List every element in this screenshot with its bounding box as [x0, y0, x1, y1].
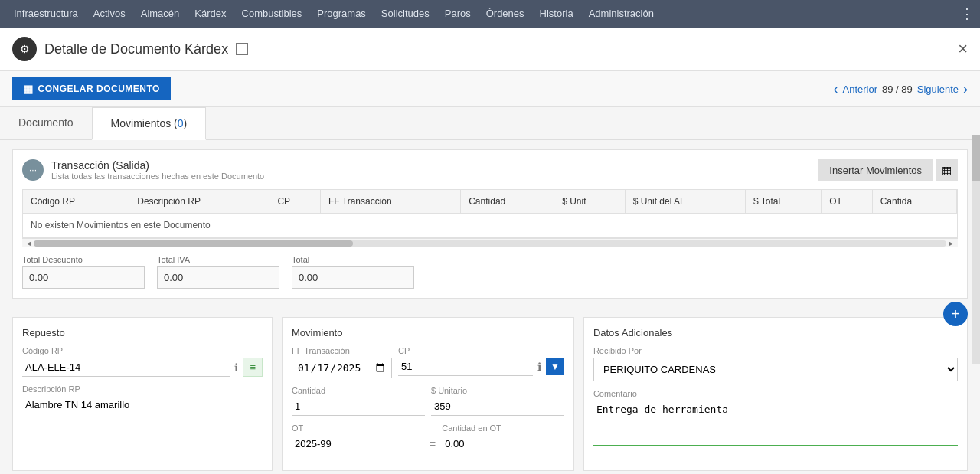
tab-movimientos-badge: (0) — [174, 117, 187, 129]
total-descuento-input[interactable] — [22, 266, 145, 289]
recibido-row: PERIQUITO CARDENAS — [593, 358, 958, 381]
insert-movimientos-button[interactable]: Insertar Movimientos — [818, 159, 933, 181]
vertical-scrollbar[interactable] — [972, 135, 980, 364]
close-button[interactable]: × — [958, 39, 968, 59]
content-area: ··· Transacción (Salida) Lista todas las… — [0, 140, 980, 317]
tab-movimientos[interactable]: Movimientos (0) — [92, 107, 207, 140]
recibido-label: Recibido Por — [593, 346, 958, 355]
grid-icon-button[interactable]: ▦ — [936, 159, 958, 181]
total-label: Total — [292, 255, 414, 264]
unitario-group: $ Unitario — [431, 386, 564, 416]
prev-button[interactable]: ‹ — [833, 81, 838, 97]
horizontal-scrollbar[interactable]: ◄ ► — [22, 238, 958, 247]
document-checkbox[interactable] — [236, 43, 248, 55]
repuesto-panel: Repuesto Código RP ℹ ≡ Descripción RP — [12, 317, 273, 471]
cp-row: ℹ ▼ — [398, 358, 564, 376]
movimiento-panel: Movimiento FF Transacción CP ℹ ▼ — [282, 317, 574, 471]
gear-icon: ⚙ — [20, 43, 30, 55]
vertical-scrollbar-thumb[interactable] — [972, 135, 980, 181]
ff-transaccion-group: FF Transacción — [292, 346, 392, 378]
descripcion-rp-label: Descripción RP — [22, 384, 263, 394]
total-iva-input[interactable] — [157, 266, 279, 289]
scroll-right-icon[interactable]: ► — [946, 240, 956, 247]
info-icon-button[interactable]: ℹ — [233, 360, 240, 375]
freeze-button[interactable]: ▦ CONGELAR DOCUMENTO — [12, 77, 171, 100]
ff-transaccion-input[interactable] — [292, 358, 392, 378]
total-descuento-label: Total Descuento — [22, 255, 145, 264]
unitario-input[interactable] — [431, 397, 564, 416]
scrollbar-track[interactable] — [34, 240, 946, 247]
nav-combustibles[interactable]: Combustibles — [234, 0, 310, 28]
nav-kardex[interactable]: Kárdex — [187, 0, 234, 28]
grid-icon: ▦ — [942, 164, 952, 176]
total-descuento-field: Total Descuento — [22, 255, 145, 289]
movements-table-container: Código RP Descripción RP CP FF Transacci… — [22, 189, 958, 238]
movimiento-title: Movimiento — [292, 327, 564, 338]
total-iva-field: Total IVA — [157, 255, 279, 289]
cantidad-ot-input[interactable] — [442, 435, 564, 453]
toolbar: ▦ CONGELAR DOCUMENTO ‹ Anterior 89 / 89 … — [0, 71, 980, 107]
col-total: $ Total — [745, 190, 821, 214]
add-button[interactable]: + — [943, 302, 968, 326]
nav-historia[interactable]: Historia — [532, 0, 581, 28]
codigo-rp-input[interactable] — [22, 358, 230, 377]
transaction-panel: ··· Transacción (Salida) Lista todas las… — [12, 149, 968, 299]
nav-programas[interactable]: Programas — [309, 0, 374, 28]
datos-panel: Datos Adicionales Recibido Por PERIQUITO… — [583, 317, 968, 471]
cantidad-group: Cantidad — [292, 386, 425, 416]
document-icon: ⚙ — [12, 37, 37, 61]
comentario-group: Comentario — [593, 389, 958, 446]
repuesto-title: Repuesto — [22, 327, 263, 338]
next-label[interactable]: Siguiente — [917, 83, 959, 95]
cp-dropdown-button[interactable]: ▼ — [546, 358, 564, 375]
freeze-icon: ▦ — [23, 83, 34, 95]
nav-administracion[interactable]: Administración — [581, 0, 662, 28]
tab-bar: Documento Movimientos (0) — [0, 107, 980, 140]
comentario-textarea[interactable] — [593, 400, 958, 446]
recibido-group: Recibido Por PERIQUITO CARDENAS — [593, 346, 958, 381]
cp-info-icon[interactable]: ℹ — [536, 359, 543, 374]
ff-transaccion-label: FF Transacción — [292, 346, 392, 355]
movimiento-row2: Cantidad $ Unitario — [292, 386, 564, 423]
nav-controls: ‹ Anterior 89 / 89 Siguiente › — [833, 81, 968, 97]
scroll-left-icon[interactable]: ◄ — [24, 240, 34, 247]
ot-label: OT — [292, 423, 436, 433]
ot-input[interactable] — [292, 435, 426, 453]
totals-row: Total Descuento Total IVA Total — [22, 255, 958, 289]
cantidad-input[interactable] — [292, 397, 425, 416]
panel-header: ··· Transacción (Salida) Lista todas las… — [22, 159, 958, 181]
codigo-rp-label: Código RP — [22, 346, 263, 355]
ot-row: = — [292, 435, 436, 453]
datos-title: Datos Adicionales — [593, 327, 958, 338]
col-descripcion-rp: Descripción RP — [129, 190, 270, 214]
filter-button[interactable]: ≡ — [243, 358, 263, 377]
movements-table: Código RP Descripción RP CP FF Transacci… — [23, 190, 957, 237]
cp-input[interactable] — [398, 358, 533, 376]
cantidad-ot-label: Cantidad en OT — [442, 423, 564, 433]
bottom-section: + Repuesto Código RP ℹ ≡ Descripción RP … — [0, 317, 980, 474]
codigo-rp-row: ℹ ≡ — [22, 358, 263, 377]
descripcion-rp-group: Descripción RP — [22, 384, 263, 414]
descripcion-rp-input[interactable] — [22, 396, 263, 414]
next-button[interactable]: › — [963, 81, 968, 97]
nav-paros[interactable]: Paros — [437, 0, 479, 28]
col-ff-transaccion: FF Transacción — [320, 190, 460, 214]
col-cantidad: Cantidad — [461, 190, 554, 214]
prev-label[interactable]: Anterior — [842, 83, 877, 95]
recibido-select[interactable]: PERIQUITO CARDENAS — [593, 358, 958, 381]
total-iva-label: Total IVA — [157, 255, 279, 264]
scrollbar-thumb[interactable] — [34, 240, 353, 247]
nav-infraestructura[interactable]: Infraestructura — [6, 0, 86, 28]
no-data-message: No existen Movimientos en este Documento — [23, 214, 957, 237]
dots-icon: ··· — [29, 165, 37, 175]
nav-more-icon[interactable]: ⋮ — [960, 5, 974, 22]
nav-ordenes[interactable]: Órdenes — [479, 0, 532, 28]
nav-activos[interactable]: Activos — [86, 0, 133, 28]
panel-title: Transacción (Salida) — [51, 159, 264, 172]
nav-solicitudes[interactable]: Solicitudes — [374, 0, 437, 28]
col-unit-al: $ Unit del AL — [625, 190, 745, 214]
total-input[interactable] — [292, 266, 414, 289]
nav-almacen[interactable]: Almacén — [133, 0, 188, 28]
page-title: Detalle de Documento Kárdex — [44, 41, 228, 57]
tab-documento[interactable]: Documento — [0, 107, 92, 139]
